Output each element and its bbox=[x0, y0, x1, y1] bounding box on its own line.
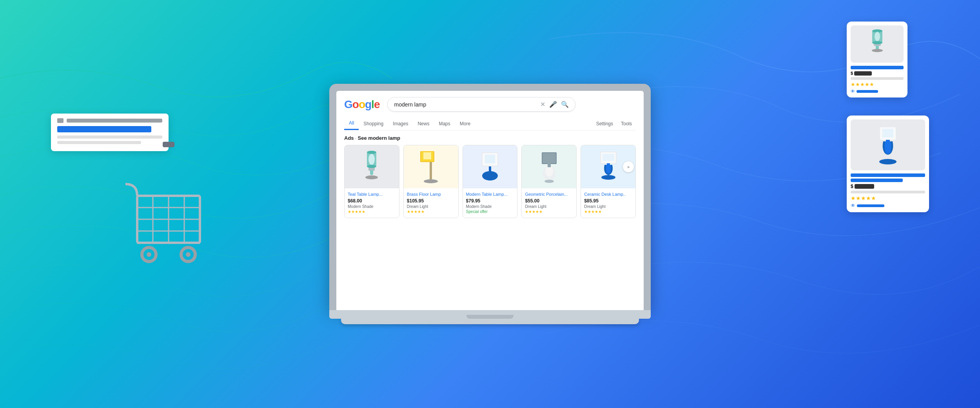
product-card-4[interactable]: Geometric Porcelain... $55.00 Dream Ligh… bbox=[521, 145, 577, 218]
rp-blue-bar-2a bbox=[851, 173, 925, 177]
tab-maps[interactable]: Maps bbox=[434, 118, 455, 130]
shopping-cart bbox=[114, 172, 223, 272]
mic-icon[interactable]: 🎤 bbox=[549, 101, 557, 108]
product-image-2 bbox=[404, 145, 458, 188]
rp-price-row-2: $ bbox=[851, 184, 925, 189]
main-container: Google modern lamp ✕ 🎤 🔍 bbox=[0, 0, 980, 408]
google-header: Google modern lamp ✕ 🎤 🔍 bbox=[344, 97, 636, 112]
search-bar[interactable]: modern lamp ✕ 🎤 🔍 bbox=[387, 97, 575, 112]
svg-rect-31 bbox=[543, 153, 556, 163]
product-price-2: $105.95 bbox=[407, 198, 455, 204]
svg-point-47 bbox=[872, 49, 883, 52]
search-bar-icons: ✕ 🎤 🔍 bbox=[540, 101, 569, 108]
clear-icon[interactable]: ✕ bbox=[540, 101, 545, 108]
laptop-foot bbox=[341, 319, 639, 324]
rp-blue-bar-2b bbox=[851, 179, 903, 182]
svg-point-24 bbox=[424, 179, 438, 183]
products-grid: Teal Table Lamp... $68.00 Modern Shade ★… bbox=[344, 145, 636, 218]
svg-rect-38 bbox=[603, 154, 614, 161]
price-dollar-2: $ bbox=[851, 184, 853, 189]
product-price-3: $79.95 bbox=[466, 198, 514, 204]
product-card-2[interactable]: Brass Floor Lamp $105.95 Dream Light ★★★… bbox=[403, 145, 459, 218]
product-image-4 bbox=[522, 145, 576, 188]
product-offer-3: Special offer bbox=[466, 209, 514, 214]
product-name-5[interactable]: Ceramic Desk Lamp.. bbox=[584, 191, 632, 197]
price-dollar-1: $ bbox=[851, 71, 853, 76]
product-price-1: $68.00 bbox=[348, 198, 396, 204]
right-top-card: $ ★★★★★ 👁 bbox=[847, 22, 907, 97]
card-blue-bar bbox=[57, 126, 151, 132]
svg-rect-53 bbox=[886, 140, 890, 143]
tab-shopping[interactable]: Shopping bbox=[359, 118, 388, 130]
product-stars-2: ★★★★★ bbox=[407, 209, 455, 214]
svg-point-15 bbox=[367, 165, 376, 168]
svg-point-19 bbox=[368, 154, 375, 165]
rp-gray-bar-2 bbox=[851, 191, 925, 193]
svg-rect-40 bbox=[607, 163, 610, 166]
card-icon bbox=[57, 118, 64, 123]
product-card-1[interactable]: Teal Table Lamp... $68.00 Modern Shade ★… bbox=[344, 145, 399, 218]
svg-point-35 bbox=[544, 180, 554, 183]
product-name-3[interactable]: Modern Table Lamp... bbox=[466, 191, 514, 197]
card-text-line bbox=[67, 119, 162, 123]
product-store-4: Dream Light bbox=[525, 204, 573, 209]
product-store-3: Modern Shade bbox=[466, 204, 514, 209]
product-stars-right-1: ★★★★★ bbox=[851, 81, 904, 87]
tab-news[interactable]: News bbox=[413, 118, 434, 130]
product-info-1: Teal Table Lamp... $68.00 Modern Shade ★… bbox=[345, 188, 399, 217]
product-image-1 bbox=[345, 145, 399, 188]
product-image-5: » bbox=[581, 145, 635, 188]
card-gray-line-1 bbox=[57, 135, 162, 139]
nav-tools[interactable]: Tools bbox=[617, 118, 636, 130]
card-gray-line-2 bbox=[57, 141, 141, 144]
more-products-button[interactable]: » bbox=[623, 161, 634, 172]
product-price-5: $85.95 bbox=[584, 198, 632, 204]
svg-point-33 bbox=[545, 166, 553, 177]
product-info-4: Geometric Porcelain... $55.00 Dream Ligh… bbox=[522, 188, 576, 217]
product-info-5: Ceramic Desk Lamp.. $85.95 Dream Light ★… bbox=[581, 188, 635, 217]
nav-tabs: All Shopping Images News Maps More Setti… bbox=[344, 117, 636, 130]
svg-point-52 bbox=[879, 159, 897, 164]
nav-settings[interactable]: Settings bbox=[592, 118, 617, 130]
svg-rect-46 bbox=[876, 46, 879, 49]
search-result-card bbox=[51, 114, 169, 151]
svg-point-39 bbox=[601, 175, 615, 180]
product-stars-1: ★★★★★ bbox=[348, 209, 396, 214]
ads-label: Ads bbox=[344, 135, 354, 141]
product-name-2[interactable]: Brass Floor Lamp bbox=[407, 191, 455, 197]
svg-point-44 bbox=[872, 41, 882, 44]
product-card-3[interactable]: Modern Table Lamp... $79.95 Modern Shade… bbox=[463, 145, 518, 218]
tab-images[interactable]: Images bbox=[388, 118, 413, 130]
product-stars-4: ★★★★★ bbox=[525, 209, 573, 214]
svg-point-48 bbox=[875, 32, 880, 41]
product-name-4[interactable]: Geometric Porcelain... bbox=[525, 191, 573, 197]
tab-all[interactable]: All bbox=[344, 117, 359, 130]
tab-more[interactable]: More bbox=[455, 118, 475, 130]
view-bar-2 bbox=[857, 204, 884, 207]
svg-point-11 bbox=[186, 252, 191, 257]
ads-header: Ads · See modern lamp bbox=[344, 135, 636, 141]
rp-view-row-2: 👁 bbox=[851, 203, 925, 208]
laptop-screen-outer: Google modern lamp ✕ 🎤 🔍 bbox=[329, 84, 651, 310]
rp-price-row-1: $ bbox=[851, 71, 904, 76]
product-info-3: Modern Table Lamp... $79.95 Modern Shade… bbox=[463, 188, 517, 218]
svg-rect-51 bbox=[882, 129, 893, 137]
svg-point-18 bbox=[365, 175, 378, 179]
product-stars-5: ★★★★★ bbox=[584, 209, 632, 214]
product-card-5[interactable]: » Ceramic Desk Lamp.. $85.95 Dream Light… bbox=[581, 145, 636, 218]
svg-rect-26 bbox=[489, 165, 491, 177]
product-store-2: Dream Light bbox=[407, 204, 455, 209]
product-image-3 bbox=[463, 145, 517, 188]
laptop-screen-inner: Google modern lamp ✕ 🎤 🔍 bbox=[336, 91, 644, 310]
product-stars-right-2: ★★★★★ bbox=[851, 195, 925, 201]
svg-rect-23 bbox=[423, 152, 431, 159]
right-bottom-card-image bbox=[851, 119, 925, 170]
search-icon[interactable]: 🔍 bbox=[561, 101, 569, 108]
product-name-1[interactable]: Teal Table Lamp... bbox=[348, 191, 396, 197]
view-icon-1: 👁 bbox=[851, 89, 855, 94]
svg-point-14 bbox=[367, 151, 376, 154]
rp-view-row-1: 👁 bbox=[851, 89, 904, 94]
laptop-base bbox=[329, 310, 651, 319]
product-store-5: Dream Light bbox=[584, 204, 632, 209]
laptop: Google modern lamp ✕ 🎤 🔍 bbox=[329, 84, 651, 324]
